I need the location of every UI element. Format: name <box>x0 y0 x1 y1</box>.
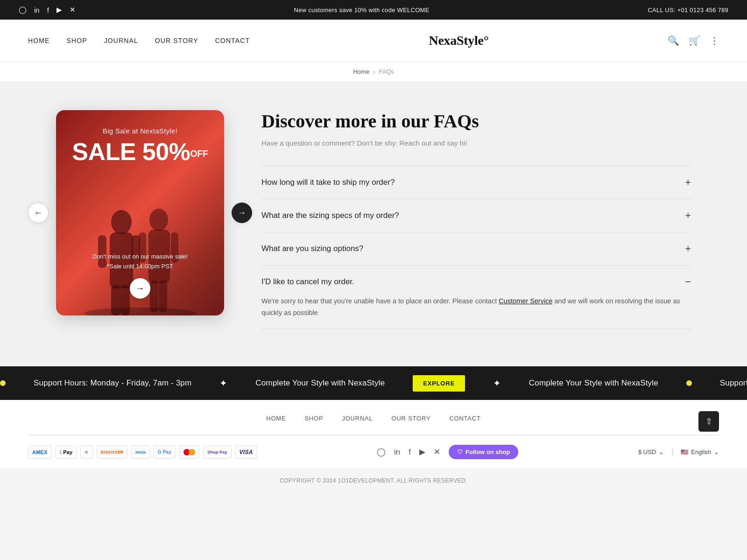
breadcrumb: Home › FAQs <box>0 62 747 82</box>
shoppay-badge: Shop Pay <box>203 446 231 459</box>
gpay-badge: G Pay <box>154 446 176 459</box>
nav-shop[interactable]: SHOP <box>66 37 87 44</box>
nav-home[interactable]: HOME <box>28 37 49 44</box>
discover-badge: DISCOVER <box>97 446 127 459</box>
carousel-prev-button[interactable]: ← <box>28 203 49 223</box>
payment-methods: AMEX  Pay ⊖ DISCOVER meta G Pay Shop Pa… <box>28 446 257 459</box>
faq-item-2: What are the sizing specs of my order? + <box>261 199 691 232</box>
footer-social-row: ◯ in f ▶ ✕ ♡ Follow on shop <box>377 445 518 459</box>
site-logo[interactable]: NexaStyle° <box>429 33 488 48</box>
nav-icon-group: 🔍 🛒 ⋮ <box>668 35 719 46</box>
follow-on-shop-button[interactable]: ♡ Follow on shop <box>449 445 518 459</box>
footer-nav-shop[interactable]: SHOP <box>304 415 323 422</box>
faq-toggle-3: + <box>685 243 691 255</box>
faq-question-1[interactable]: How long will it take to ship my order? … <box>261 176 691 189</box>
twitter-x-icon[interactable]: ✕ <box>70 6 76 14</box>
navbar: HOME SHOP JOURNAL OUR STORY CONTACT Nexa… <box>0 20 747 62</box>
main-content: ← Big Sale at NextaStyle! SALE 50%OFF <box>0 82 747 366</box>
sale-card-bottom: Don't miss out on our massive sale! *Sal… <box>92 252 188 299</box>
cart-icon[interactable]: 🛒 <box>689 35 700 46</box>
svg-point-12 <box>84 308 196 315</box>
footer-linkedin-icon[interactable]: in <box>394 448 400 457</box>
faq-answer-4: We're sorry to hear that you're unable h… <box>261 295 691 318</box>
currency-language-group: $ USD ⌄ | 🇺🇸 English ⌄ <box>638 448 719 456</box>
grid-icon[interactable]: ⋮ <box>710 35 719 46</box>
footer-nav-our-story[interactable]: OUR STORY <box>392 415 431 422</box>
marquee-content: Support Hours: Monday - Friday, 7am - 3p… <box>0 375 747 392</box>
faq-item-4: I'D like to cancel my order. − We're sor… <box>261 265 691 329</box>
youtube-icon[interactable]: ▶ <box>56 6 62 14</box>
copyright-bar: COPYRIGHT © 2024 1O1DEVELOPMENT. ALL RIG… <box>0 469 747 492</box>
faq-toggle-1: + <box>685 176 691 189</box>
sale-until-text: *Sale until 14:00pm PST <box>92 262 188 272</box>
marquee-style-text-2: Complete Your Style with NexaStyle <box>529 378 658 388</box>
nav-contact[interactable]: CONTACT <box>215 37 250 44</box>
nav-our-story[interactable]: OUR STORY <box>155 37 198 44</box>
customer-service-link[interactable]: Customer Service <box>499 297 552 305</box>
mastercard-badge <box>179 446 199 459</box>
breadcrumb-separator: › <box>373 68 375 75</box>
promo-text: New customers save 10% with code WELCOME <box>76 7 648 14</box>
footer-nav-home[interactable]: HOME <box>266 415 286 422</box>
breadcrumb-home[interactable]: Home <box>353 68 369 75</box>
carousel-next-button[interactable]: → <box>232 203 252 223</box>
scroll-to-top-button[interactable]: ⇧ <box>698 411 719 432</box>
footer: HOME SHOP JOURNAL OUR STORY CONTACT ⇧ AM… <box>0 400 747 469</box>
sale-card-title: Big Sale at NextaStyle! <box>72 127 208 135</box>
svg-point-6 <box>149 209 168 231</box>
instagram-icon[interactable]: ◯ <box>19 6 27 14</box>
footer-nav-journal[interactable]: JOURNAL <box>342 415 373 422</box>
faq-toggle-4: − <box>685 276 691 288</box>
faq-list: How long will it take to ship my order? … <box>261 166 691 329</box>
phone-number: CALL US: +01 0123 456 789 <box>648 7 728 14</box>
footer-nav: HOME SHOP JOURNAL OUR STORY CONTACT ⇧ <box>28 415 719 422</box>
footer-divider <box>28 435 719 435</box>
visa-badge: VISA <box>235 446 257 459</box>
footer-nav-contact[interactable]: CONTACT <box>449 415 480 422</box>
marquee-style-text: Complete Your Style with NexaStyle <box>255 378 385 388</box>
faq-question-2[interactable]: What are the sizing specs of my order? + <box>261 210 691 222</box>
top-bar: ◯ in f ▶ ✕ New customers save 10% with c… <box>0 0 747 20</box>
flag-icon: 🇺🇸 <box>681 448 688 455</box>
currency-lang-divider: | <box>671 448 673 456</box>
faq-question-3[interactable]: What are you sizing options? + <box>261 243 691 255</box>
nav-journal[interactable]: JOURNAL <box>104 37 138 44</box>
currency-chevron-icon: ⌄ <box>659 448 664 455</box>
sale-card-arrow-button[interactable]: → <box>130 278 150 299</box>
footer-twitter-x-icon[interactable]: ✕ <box>434 447 440 457</box>
applepay-badge:  Pay <box>56 446 77 459</box>
marquee-dot-2 <box>686 380 692 386</box>
marquee-star-2: ✦ <box>493 378 501 389</box>
language-selector[interactable]: 🇺🇸 English ⌄ <box>681 448 719 455</box>
footer-youtube-icon[interactable]: ▶ <box>419 447 425 457</box>
dont-miss-text: Don't miss out on our massive sale! <box>92 252 188 262</box>
faq-item-3: What are you sizing options? + <box>261 232 691 265</box>
nav-left-links: HOME SHOP JOURNAL OUR STORY CONTACT <box>28 37 250 44</box>
footer-facebook-icon[interactable]: f <box>409 448 411 457</box>
marquee-bar: Support Hours: Monday - Friday, 7am - 3p… <box>0 366 747 400</box>
sale-card-wrapper: ← Big Sale at NextaStyle! SALE 50%OFF <box>56 110 224 315</box>
sale-percentage: SALE 50%OFF <box>72 140 208 164</box>
social-links: ◯ in f ▶ ✕ <box>19 6 76 14</box>
currency-selector[interactable]: $ USD ⌄ <box>638 448 664 455</box>
facebook-icon[interactable]: f <box>47 6 49 14</box>
faq-section: Discover more in our FAQs Have a questio… <box>261 110 691 329</box>
svg-point-0 <box>111 210 132 234</box>
faq-subtitle: Have a question or comment? Don't be shy… <box>261 139 691 147</box>
footer-bottom-section: AMEX  Pay ⊖ DISCOVER meta G Pay Shop Pa… <box>28 445 719 459</box>
marquee-explore-button[interactable]: EXPLORE <box>413 375 465 392</box>
lang-chevron-icon: ⌄ <box>714 448 719 455</box>
amex-badge: AMEX <box>28 446 52 459</box>
footer-instagram-icon[interactable]: ◯ <box>377 447 386 457</box>
marquee-support-text-2: Support Hours: Monday - Friday, 7am - 3p… <box>720 378 747 388</box>
linkedin-icon[interactable]: in <box>34 6 40 14</box>
search-icon[interactable]: 🔍 <box>668 35 679 46</box>
faq-toggle-2: + <box>685 210 691 222</box>
faq-question-4[interactable]: I'D like to cancel my order. − <box>261 276 691 288</box>
sale-card: Big Sale at NextaStyle! SALE 50%OFF <box>56 110 224 315</box>
breadcrumb-current: FAQs <box>379 68 394 75</box>
sale-card-top: Big Sale at NextaStyle! SALE 50%OFF <box>72 127 208 164</box>
heart-icon: ♡ <box>457 448 463 455</box>
marquee-support-text: Support Hours: Monday - Friday, 7am - 3p… <box>34 378 191 388</box>
meta-badge: meta <box>131 446 150 459</box>
